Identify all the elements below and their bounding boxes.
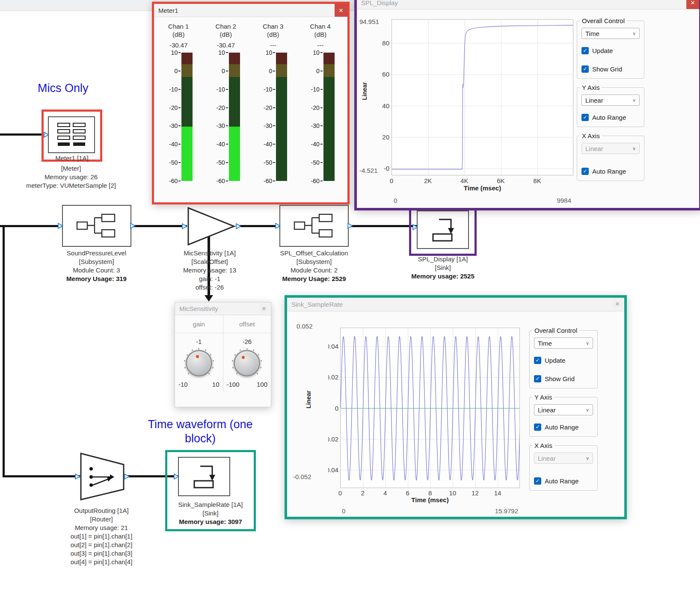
wire-to-router[interactable] [3,475,80,477]
close-icon[interactable]: ✕ [686,0,699,9]
x-auto-range-checkbox[interactable]: ✓ Auto Range [534,477,593,485]
channel-value: --- [249,41,297,49]
knob-face[interactable] [234,350,260,376]
checkbox-checked-icon: ✓ [581,47,589,54]
window-title: Sink_SampleRate [291,301,343,308]
soundpressurelevel-block[interactable] [62,205,131,247]
wire-source-to-meter[interactable] [0,133,43,136]
knob-range: -100 100 [223,381,271,388]
checkbox-label: Auto Range [545,423,578,431]
sink-icon [187,463,221,490]
wire-source-to-spl[interactable] [0,225,62,227]
dropdown-value: Linear [585,145,603,152]
spl-display-window: SPL_Display ✕ 94.951 Linear -4.521 80604… [354,0,700,210]
caption-line: Memory Usage: 319 [55,275,138,283]
outputrouting-block[interactable] [80,453,125,500]
spl-control-panel: Overall Control Time ∨ ✓ Update ✓ Show G… [577,21,644,189]
show-grid-checkbox[interactable]: ✓ Show Grid [581,65,640,73]
caption-line: gain: -1 [167,275,252,283]
spl-offset-calculation-block[interactable] [279,205,349,247]
sink-samplerate-block[interactable] [178,457,230,496]
channel-value: --- [297,41,344,49]
wire-vertical-trunk[interactable] [3,225,5,477]
micsensitivity-block[interactable] [187,207,236,246]
checkbox-label: Auto Range [592,168,626,175]
input-pin[interactable] [44,132,49,138]
caption-line: Memory usage: 3097 [168,518,253,526]
meter1-window-titlebar[interactable]: Meter1 ✕ [154,4,347,17]
sink-samplerate-window: Sink_SampleRate ✕ 0.052 Linear -0.052 0.… [285,295,627,519]
knob-range: -10 10 [175,381,223,388]
wire-offset-to-spldisplay[interactable] [350,225,417,227]
y-auto-range-checkbox[interactable]: ✓ Auto Range [534,423,593,431]
group-title: Overall Control [580,17,627,24]
input-pin[interactable] [75,474,80,480]
x-auto-range-checkbox[interactable]: ✓ Auto Range [581,168,640,175]
offset-knob[interactable] [231,347,263,379]
spl-display-block[interactable] [417,210,469,249]
wire-micsensitivity-to-offset[interactable] [236,225,279,227]
close-icon[interactable]: ✕ [259,304,269,313]
callout-arrowhead-icon [205,295,213,302]
show-grid-checkbox[interactable]: ✓ Show Grid [534,375,593,382]
channel-unit: (dB) [202,30,250,38]
caption-line: SPL_Offset_Calculation [269,249,359,258]
micsensitivity-window-titlebar[interactable]: MicSensitivity ✕ [175,302,271,315]
meter-bar [276,53,287,181]
input-pin[interactable] [275,223,281,229]
input-pin[interactable] [174,474,179,480]
dropdown-value: Linear [538,406,556,414]
y-tick-labels: 80604020-0 [373,19,390,175]
meter-bar [181,53,193,181]
y-axis-dropdown[interactable]: Linear ∨ [581,95,640,106]
close-icon[interactable]: ✕ [612,299,623,308]
y-auto-range-checkbox[interactable]: ✓ Auto Range [581,114,640,121]
wire-spl-to-micsensitivity[interactable] [131,225,187,227]
y-axis-dropdown[interactable]: Linear ∨ [534,404,593,415]
meter1-block[interactable] [48,116,95,153]
update-checkbox[interactable]: ✓ Update [581,47,640,54]
knob-face[interactable] [186,350,212,376]
chevron-down-icon: ∨ [586,340,589,346]
knob-value: -1 [175,333,223,346]
input-pin[interactable] [58,223,63,229]
spl-display-window-titlebar[interactable]: SPL_Display ✕ [357,0,699,9]
input-pin[interactable] [182,223,187,229]
output-pin[interactable] [124,474,130,480]
sink-plot[interactable] [340,328,520,488]
annotation-time-waveform: Time waveform (one block) [136,417,264,446]
wire-router-to-sink[interactable] [125,475,178,477]
close-icon[interactable]: ✕ [335,4,347,17]
checkbox-checked-icon: ✓ [581,114,589,121]
output-pin[interactable] [236,223,241,229]
overall-control-dropdown[interactable]: Time ∨ [581,28,640,39]
chevron-down-icon: ∨ [586,407,589,413]
sink-samplerate-window-titlebar[interactable]: Sink_SampleRate ✕ [287,298,624,311]
caption-line: SPL_Display [1A] [396,255,490,263]
meter-scale: 100-10-20-30-40-50-60 [164,53,181,181]
y-tick-labels: 0.040.020-0.02-0.04 [328,328,339,488]
update-checkbox[interactable]: ✓ Update [534,357,593,364]
group-title: Y Axis [532,394,554,401]
overall-control-dropdown[interactable]: Time ∨ [534,338,593,349]
caption-line: [ScaleOffset] [167,258,252,266]
x-axis-dropdown[interactable]: Linear ∨ [581,143,640,154]
group-title: X Axis [532,442,555,449]
caption-line: SoundPressureLevel [55,249,138,258]
checkbox-label: Show Grid [545,375,575,382]
x-range-end: 9984 [557,197,571,204]
x-axis-dropdown[interactable]: Linear ∨ [534,453,593,464]
checkbox-label: Auto Range [545,477,578,485]
input-pin[interactable] [412,224,418,230]
caption-line: [Sink] [168,509,253,518]
gain-knob[interactable] [183,347,215,379]
x-range-end: 15.9792 [495,507,518,515]
chevron-down-icon: ∨ [632,146,636,151]
output-pin[interactable] [347,223,353,229]
dropdown-value: Time [585,30,599,37]
meter-scale: 100-10-20-30-40-50-60 [259,53,275,181]
caption-line: out[4] = pin[1].chan[4] [59,558,144,566]
spl-plot[interactable] [392,19,573,175]
router-icon [80,453,125,500]
output-pin[interactable] [130,223,136,229]
